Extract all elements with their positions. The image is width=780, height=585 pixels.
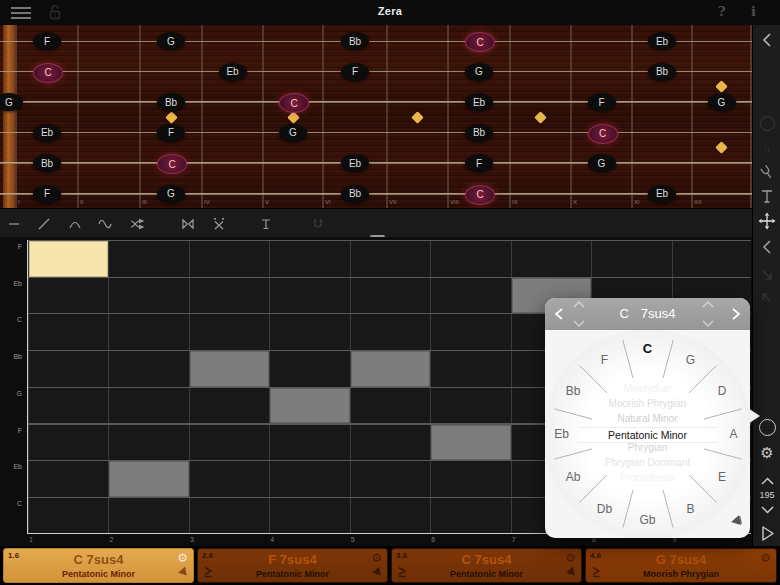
arc-tool-button[interactable] xyxy=(63,212,87,236)
slot-strum-left-icon[interactable] xyxy=(203,566,214,578)
fretboard-note[interactable]: Eb xyxy=(465,93,493,111)
sequencer-cell-active[interactable] xyxy=(351,351,430,387)
slot-gear-icon[interactable]: ⚙ xyxy=(177,552,188,564)
faded-diagonal-icon-1[interactable] xyxy=(753,265,780,285)
fretboard-note-root[interactable]: C xyxy=(279,93,309,113)
fretboard-note[interactable]: Bb xyxy=(465,124,493,142)
fretboard-note[interactable]: G xyxy=(465,63,493,81)
dial-note-gb[interactable]: Gb xyxy=(634,512,662,528)
fretboard-note[interactable]: G xyxy=(279,124,307,142)
faded-diagonal-icon-2[interactable] xyxy=(753,288,780,308)
fretboard-note[interactable]: F xyxy=(341,63,369,81)
slot-strum-left-icon[interactable] xyxy=(397,566,408,578)
chord-slot[interactable]: 4.6G 7sus4Moorish Phrygian⚙ xyxy=(585,548,777,583)
slot-strum-right-icon[interactable] xyxy=(370,566,382,578)
fret-numeral: III xyxy=(142,199,147,205)
step-tool-button[interactable] xyxy=(254,212,278,236)
fretboard-note[interactable]: G xyxy=(588,154,616,172)
fretboard-note[interactable]: Eb xyxy=(341,154,369,172)
scale-item[interactable]: Moorish Phrygian xyxy=(578,397,718,412)
fretboard-note[interactable]: Bb xyxy=(341,32,369,50)
fretboard-note[interactable]: Eb xyxy=(648,32,676,50)
slot-strum-right-icon[interactable] xyxy=(176,566,188,578)
ruler-t-icon[interactable] xyxy=(753,186,780,206)
mirror-tool-button[interactable] xyxy=(176,212,200,236)
chord-slot[interactable]: 3.6C 7sus4Pentatonic Minor⚙ xyxy=(391,548,582,583)
dial-note-f[interactable]: F xyxy=(591,352,619,368)
scatter-tool-button[interactable] xyxy=(207,212,231,236)
settings-gear-icon[interactable]: ⚙ xyxy=(753,443,780,463)
tempo-down-icon[interactable] xyxy=(753,500,780,520)
random-tool-button[interactable] xyxy=(125,212,149,236)
slot-strum-left-icon[interactable] xyxy=(591,566,602,578)
fretboard-note[interactable]: G xyxy=(708,93,736,111)
fret-numeral: II xyxy=(80,199,83,205)
sine-tool-button[interactable] xyxy=(93,212,117,236)
fretboard-note-root[interactable]: C xyxy=(588,124,618,144)
scale-item[interactable]: Prometheus xyxy=(578,471,718,486)
fret-wire xyxy=(691,25,693,208)
fret-numeral: VI xyxy=(325,199,331,205)
faded-circle-icon[interactable] xyxy=(753,113,780,133)
sequencer-cell-selected[interactable] xyxy=(29,241,108,277)
step-tool-icon xyxy=(258,216,274,232)
sequencer-cell-active[interactable] xyxy=(190,351,269,387)
dial-note-db[interactable]: Db xyxy=(591,501,619,517)
fret-wire xyxy=(322,25,324,208)
dial-note-c[interactable]: C xyxy=(634,340,662,356)
dial-note-b[interactable]: B xyxy=(677,501,705,517)
slot-gear-icon[interactable]: ⚙ xyxy=(565,552,576,564)
fretboard-note[interactable]: F xyxy=(465,154,493,172)
fretboard-note[interactable]: Bb xyxy=(648,63,676,81)
fretboard-note[interactable]: Bb xyxy=(341,185,369,203)
fret-numeral: VIII xyxy=(450,199,459,205)
fretboard-note[interactable]: Eb xyxy=(648,185,676,203)
slot-gear-icon[interactable]: ⚙ xyxy=(371,552,382,564)
flat-accidental-icon[interactable]: ♭ xyxy=(753,138,780,158)
scale-item[interactable]: Natural Minor xyxy=(578,412,718,427)
tuning-fork-icon[interactable] xyxy=(753,162,780,182)
sequencer-cell-active[interactable] xyxy=(431,425,510,461)
fretboard-note[interactable]: Eb xyxy=(33,124,61,142)
line-tool-button[interactable] xyxy=(32,212,56,236)
chord-slot[interactable]: 2.6F 7sus4Pentatonic Minor⚙ xyxy=(197,548,388,583)
fretboard-note-root[interactable]: C xyxy=(33,63,63,83)
dial-note-g[interactable]: G xyxy=(677,352,705,368)
row-label: F xyxy=(2,427,22,434)
sequencer-cell-active[interactable] xyxy=(270,388,349,424)
fretboard-note-root[interactable]: C xyxy=(465,185,495,205)
guitar-string xyxy=(0,193,752,195)
slot-strum-right-icon[interactable] xyxy=(564,566,576,578)
chord-slot-selected[interactable]: 1.6C 7sus4Pentatonic Minor⚙ xyxy=(3,548,194,583)
scale-item[interactable]: Phrygian xyxy=(578,441,718,456)
fretboard-note[interactable]: Bb xyxy=(33,154,61,172)
mirror-tool-icon xyxy=(180,216,196,232)
sequencer-cell-active[interactable] xyxy=(109,461,188,497)
fretboard-note[interactable]: F xyxy=(33,185,61,203)
scale-item[interactable]: Mixolydian xyxy=(578,382,718,397)
collapse-sequencer-icon[interactable] xyxy=(753,237,780,257)
fretboard-note[interactable]: G xyxy=(157,185,185,203)
magnet-tool-button[interactable] xyxy=(306,212,330,236)
play-icon[interactable] xyxy=(753,523,780,543)
popup-tail xyxy=(748,408,760,424)
slot-gear-icon[interactable]: ⚙ xyxy=(760,552,771,564)
scale-item[interactable]: Phrygian Dominant xyxy=(578,456,718,471)
fretboard-note[interactable]: G xyxy=(157,32,185,50)
strum-icon[interactable] xyxy=(729,514,743,528)
fretboard-note[interactable]: F xyxy=(588,93,616,111)
help-icon[interactable]: ? xyxy=(718,4,726,19)
fretboard-note[interactable]: Eb xyxy=(219,63,247,81)
fretboard-note[interactable]: Bb xyxy=(157,93,185,111)
fretboard-note-root[interactable]: C xyxy=(465,32,495,52)
dash-tool-button[interactable] xyxy=(2,212,26,236)
fretboard-note[interactable]: F xyxy=(157,124,185,142)
fretboard-note-root[interactable]: C xyxy=(157,154,187,174)
dial-note-a[interactable]: A xyxy=(720,426,748,442)
fretboard[interactable]: IIIIIIIVVVIVIIVIIIIXXXIXIIXIIIFGBbCEbCEb… xyxy=(0,25,752,208)
collapse-fretboard-icon[interactable] xyxy=(753,30,780,50)
fretboard-note[interactable]: F xyxy=(33,32,61,50)
dial-note-eb[interactable]: Eb xyxy=(548,426,576,442)
move-pan-icon[interactable] xyxy=(753,211,780,231)
info-icon[interactable]: i xyxy=(751,4,756,19)
